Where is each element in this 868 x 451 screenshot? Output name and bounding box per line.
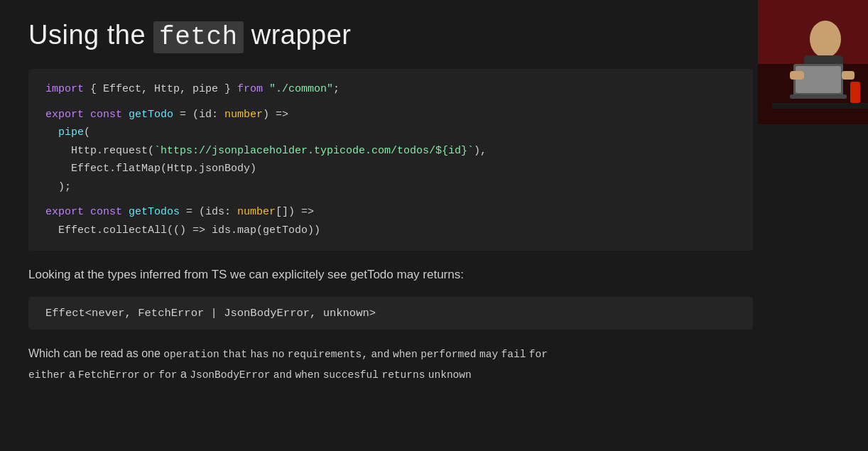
code-block-main: import { Effect, Http, pipe } from "./co… (28, 69, 753, 251)
svg-rect-7 (790, 71, 804, 80)
title-prefix: Using the (28, 20, 153, 50)
speaker-image (758, 0, 868, 124)
code-line-7: export const getTodos = (ids: number[]) … (45, 203, 736, 222)
bottom-prose-line1: Which can be read as one operation that … (28, 347, 548, 359)
title-code: fetch (153, 21, 244, 53)
title-suffix: wrapper (244, 20, 352, 50)
svg-point-2 (810, 21, 841, 58)
bottom-prose-line2: either a FetchError or for a JsonBodyErr… (28, 368, 472, 380)
main-content: Using the fetch wrapper import { Effect,… (0, 0, 781, 399)
svg-rect-6 (790, 94, 847, 99)
type-display-block: Effect<never, FetchError | JsonBodyError… (28, 297, 753, 330)
code-line-1: import { Effect, Http, pipe } from "./co… (45, 80, 736, 99)
svg-rect-5 (796, 66, 841, 93)
code-line-2: export const getTodo = (id: number) => (45, 106, 736, 124)
code-line-6: ); (45, 178, 736, 197)
code-line-8: Effect.collectAll(() => ids.map(getTodo)… (45, 222, 736, 240)
code-line-empty-2 (45, 196, 736, 203)
code-line-4: Http.request(`https://jsonplaceholder.ty… (45, 142, 736, 161)
code-line-3: pipe( (45, 124, 736, 142)
speaker-svg (758, 0, 868, 124)
code-line-5: Effect.flatMap(Http.jsonBody) (45, 160, 736, 178)
prose-text-1: Looking at the types inferred from TS we… (28, 265, 753, 284)
type-display-text: Effect<never, FetchError | JsonBodyError… (45, 307, 376, 320)
speaker-silhouette (758, 0, 868, 124)
svg-rect-9 (850, 82, 860, 103)
svg-rect-8 (842, 71, 855, 80)
bottom-prose: Which can be read as one operation that … (28, 344, 753, 385)
page-title: Using the fetch wrapper (28, 20, 753, 52)
svg-rect-10 (772, 103, 868, 109)
code-line-empty-1 (45, 99, 736, 106)
